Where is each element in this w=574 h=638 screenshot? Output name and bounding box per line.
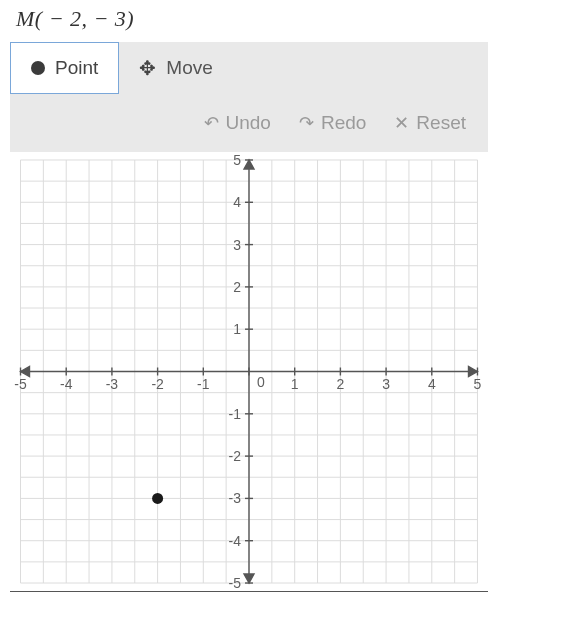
svg-text:-5: -5 — [14, 376, 27, 392]
reset-label: Reset — [416, 112, 466, 134]
svg-text:-3: -3 — [106, 376, 119, 392]
svg-text:-2: -2 — [229, 448, 242, 464]
points — [152, 493, 163, 504]
redo-button[interactable]: ↷ Redo — [299, 112, 366, 134]
reset-button[interactable]: ✕ Reset — [394, 112, 466, 134]
undo-icon: ↶ — [204, 112, 219, 134]
svg-text:4: 4 — [233, 194, 241, 210]
svg-text:-5: -5 — [229, 575, 242, 591]
svg-text:1: 1 — [291, 376, 299, 392]
undo-button[interactable]: ↶ Undo — [204, 112, 271, 134]
svg-text:2: 2 — [337, 376, 345, 392]
move-icon: ✥ — [139, 58, 156, 78]
svg-text:-2: -2 — [151, 376, 164, 392]
svg-text:-4: -4 — [60, 376, 73, 392]
tool-row: Point ✥ Move — [10, 42, 488, 94]
problem-label: M( − 2, − 3) — [10, 4, 564, 42]
toolbar: Point ✥ Move ↶ Undo ↷ Redo ✕ Reset — [10, 42, 488, 152]
move-tool-label: Move — [166, 57, 212, 79]
svg-text:-1: -1 — [197, 376, 210, 392]
svg-text:-1: -1 — [229, 406, 242, 422]
point-tool-label: Point — [55, 57, 98, 79]
svg-text:-4: -4 — [229, 533, 242, 549]
action-row: ↶ Undo ↷ Redo ✕ Reset — [10, 94, 488, 152]
undo-label: Undo — [226, 112, 271, 134]
redo-icon: ↷ — [299, 112, 314, 134]
point-tool-button[interactable]: Point — [10, 42, 119, 94]
svg-text:-3: -3 — [229, 490, 242, 506]
svg-text:2: 2 — [233, 279, 241, 295]
svg-text:4: 4 — [428, 376, 436, 392]
coordinate-grid[interactable]: -5-4-3-2-1012345-5-4-3-2-112345 — [10, 152, 488, 592]
svg-text:1: 1 — [233, 321, 241, 337]
redo-label: Redo — [321, 112, 366, 134]
reset-icon: ✕ — [394, 112, 409, 134]
svg-text:3: 3 — [382, 376, 390, 392]
svg-text:0: 0 — [257, 374, 265, 390]
move-tool-button[interactable]: ✥ Move — [119, 42, 232, 94]
svg-text:5: 5 — [233, 152, 241, 168]
point-icon — [31, 61, 45, 75]
svg-point-86 — [152, 493, 163, 504]
graph-svg: -5-4-3-2-1012345-5-4-3-2-112345 — [10, 152, 488, 591]
svg-text:5: 5 — [474, 376, 482, 392]
svg-text:3: 3 — [233, 237, 241, 253]
